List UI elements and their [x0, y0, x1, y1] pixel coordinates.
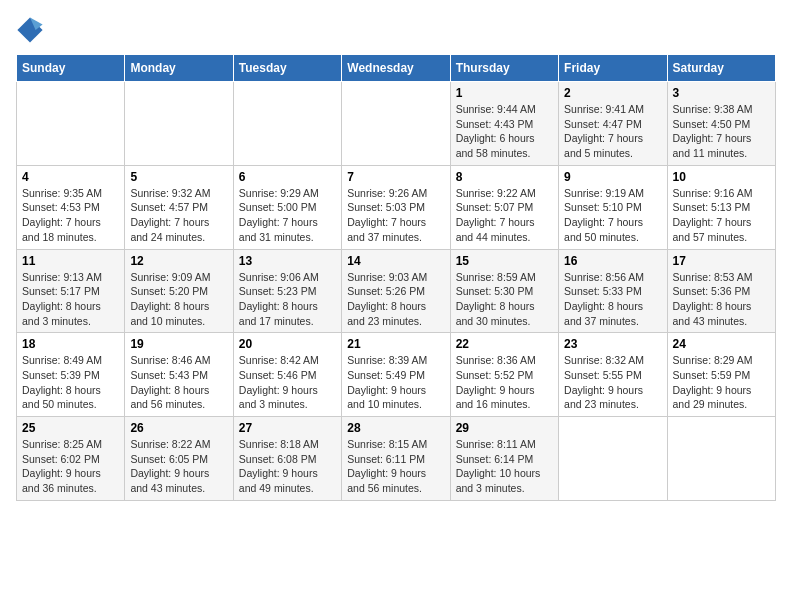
calendar-cell: 20Sunrise: 8:42 AM Sunset: 5:46 PM Dayli…: [233, 333, 341, 417]
day-of-week-header: Saturday: [667, 55, 775, 82]
day-number: 20: [239, 337, 336, 351]
day-number: 11: [22, 254, 119, 268]
day-number: 15: [456, 254, 553, 268]
day-info: Sunrise: 8:56 AM Sunset: 5:33 PM Dayligh…: [564, 270, 661, 329]
calendar-cell: 23Sunrise: 8:32 AM Sunset: 5:55 PM Dayli…: [559, 333, 667, 417]
calendar-cell: 28Sunrise: 8:15 AM Sunset: 6:11 PM Dayli…: [342, 417, 450, 501]
calendar-cell: [667, 417, 775, 501]
day-number: 7: [347, 170, 444, 184]
day-number: 26: [130, 421, 227, 435]
logo: [16, 16, 48, 44]
day-info: Sunrise: 8:22 AM Sunset: 6:05 PM Dayligh…: [130, 437, 227, 496]
day-number: 8: [456, 170, 553, 184]
day-info: Sunrise: 8:18 AM Sunset: 6:08 PM Dayligh…: [239, 437, 336, 496]
day-number: 2: [564, 86, 661, 100]
header: [16, 16, 776, 44]
day-info: Sunrise: 8:39 AM Sunset: 5:49 PM Dayligh…: [347, 353, 444, 412]
day-info: Sunrise: 9:06 AM Sunset: 5:23 PM Dayligh…: [239, 270, 336, 329]
calendar-cell: 25Sunrise: 8:25 AM Sunset: 6:02 PM Dayli…: [17, 417, 125, 501]
day-info: Sunrise: 8:29 AM Sunset: 5:59 PM Dayligh…: [673, 353, 770, 412]
calendar-cell: 3Sunrise: 9:38 AM Sunset: 4:50 PM Daylig…: [667, 82, 775, 166]
day-number: 22: [456, 337, 553, 351]
calendar-cell: 4Sunrise: 9:35 AM Sunset: 4:53 PM Daylig…: [17, 165, 125, 249]
day-info: Sunrise: 8:53 AM Sunset: 5:36 PM Dayligh…: [673, 270, 770, 329]
day-info: Sunrise: 9:22 AM Sunset: 5:07 PM Dayligh…: [456, 186, 553, 245]
calendar-cell: 24Sunrise: 8:29 AM Sunset: 5:59 PM Dayli…: [667, 333, 775, 417]
day-info: Sunrise: 8:11 AM Sunset: 6:14 PM Dayligh…: [456, 437, 553, 496]
day-info: Sunrise: 8:46 AM Sunset: 5:43 PM Dayligh…: [130, 353, 227, 412]
day-info: Sunrise: 8:15 AM Sunset: 6:11 PM Dayligh…: [347, 437, 444, 496]
day-info: Sunrise: 8:59 AM Sunset: 5:30 PM Dayligh…: [456, 270, 553, 329]
day-info: Sunrise: 9:32 AM Sunset: 4:57 PM Dayligh…: [130, 186, 227, 245]
calendar-header-row: SundayMondayTuesdayWednesdayThursdayFrid…: [17, 55, 776, 82]
calendar-cell: [559, 417, 667, 501]
day-info: Sunrise: 9:03 AM Sunset: 5:26 PM Dayligh…: [347, 270, 444, 329]
calendar-cell: 17Sunrise: 8:53 AM Sunset: 5:36 PM Dayli…: [667, 249, 775, 333]
calendar-cell: 16Sunrise: 8:56 AM Sunset: 5:33 PM Dayli…: [559, 249, 667, 333]
day-number: 6: [239, 170, 336, 184]
calendar-cell: 27Sunrise: 8:18 AM Sunset: 6:08 PM Dayli…: [233, 417, 341, 501]
calendar-cell: 9Sunrise: 9:19 AM Sunset: 5:10 PM Daylig…: [559, 165, 667, 249]
day-number: 19: [130, 337, 227, 351]
day-number: 4: [22, 170, 119, 184]
calendar-week-row: 25Sunrise: 8:25 AM Sunset: 6:02 PM Dayli…: [17, 417, 776, 501]
day-number: 18: [22, 337, 119, 351]
calendar-cell: 26Sunrise: 8:22 AM Sunset: 6:05 PM Dayli…: [125, 417, 233, 501]
calendar-cell: 21Sunrise: 8:39 AM Sunset: 5:49 PM Dayli…: [342, 333, 450, 417]
day-info: Sunrise: 9:26 AM Sunset: 5:03 PM Dayligh…: [347, 186, 444, 245]
day-info: Sunrise: 9:29 AM Sunset: 5:00 PM Dayligh…: [239, 186, 336, 245]
day-info: Sunrise: 9:35 AM Sunset: 4:53 PM Dayligh…: [22, 186, 119, 245]
calendar-cell: 5Sunrise: 9:32 AM Sunset: 4:57 PM Daylig…: [125, 165, 233, 249]
svg-marker-0: [17, 17, 42, 42]
calendar-cell: 11Sunrise: 9:13 AM Sunset: 5:17 PM Dayli…: [17, 249, 125, 333]
calendar-cell: 2Sunrise: 9:41 AM Sunset: 4:47 PM Daylig…: [559, 82, 667, 166]
calendar-cell: 1Sunrise: 9:44 AM Sunset: 4:43 PM Daylig…: [450, 82, 558, 166]
calendar-table: SundayMondayTuesdayWednesdayThursdayFrid…: [16, 54, 776, 501]
day-number: 12: [130, 254, 227, 268]
calendar-cell: 10Sunrise: 9:16 AM Sunset: 5:13 PM Dayli…: [667, 165, 775, 249]
calendar-cell: [342, 82, 450, 166]
day-info: Sunrise: 9:44 AM Sunset: 4:43 PM Dayligh…: [456, 102, 553, 161]
day-info: Sunrise: 8:32 AM Sunset: 5:55 PM Dayligh…: [564, 353, 661, 412]
day-number: 1: [456, 86, 553, 100]
calendar-cell: 14Sunrise: 9:03 AM Sunset: 5:26 PM Dayli…: [342, 249, 450, 333]
day-number: 10: [673, 170, 770, 184]
calendar-cell: [233, 82, 341, 166]
day-info: Sunrise: 9:41 AM Sunset: 4:47 PM Dayligh…: [564, 102, 661, 161]
calendar-cell: 19Sunrise: 8:46 AM Sunset: 5:43 PM Dayli…: [125, 333, 233, 417]
day-info: Sunrise: 9:13 AM Sunset: 5:17 PM Dayligh…: [22, 270, 119, 329]
day-number: 16: [564, 254, 661, 268]
calendar-cell: [17, 82, 125, 166]
day-number: 9: [564, 170, 661, 184]
calendar-cell: 22Sunrise: 8:36 AM Sunset: 5:52 PM Dayli…: [450, 333, 558, 417]
calendar-week-row: 18Sunrise: 8:49 AM Sunset: 5:39 PM Dayli…: [17, 333, 776, 417]
calendar-cell: 29Sunrise: 8:11 AM Sunset: 6:14 PM Dayli…: [450, 417, 558, 501]
day-info: Sunrise: 8:25 AM Sunset: 6:02 PM Dayligh…: [22, 437, 119, 496]
day-of-week-header: Tuesday: [233, 55, 341, 82]
day-number: 3: [673, 86, 770, 100]
day-info: Sunrise: 8:36 AM Sunset: 5:52 PM Dayligh…: [456, 353, 553, 412]
day-number: 17: [673, 254, 770, 268]
calendar-week-row: 4Sunrise: 9:35 AM Sunset: 4:53 PM Daylig…: [17, 165, 776, 249]
day-info: Sunrise: 9:09 AM Sunset: 5:20 PM Dayligh…: [130, 270, 227, 329]
day-info: Sunrise: 8:49 AM Sunset: 5:39 PM Dayligh…: [22, 353, 119, 412]
day-number: 27: [239, 421, 336, 435]
calendar-week-row: 11Sunrise: 9:13 AM Sunset: 5:17 PM Dayli…: [17, 249, 776, 333]
calendar-cell: 6Sunrise: 9:29 AM Sunset: 5:00 PM Daylig…: [233, 165, 341, 249]
day-of-week-header: Wednesday: [342, 55, 450, 82]
calendar-cell: 12Sunrise: 9:09 AM Sunset: 5:20 PM Dayli…: [125, 249, 233, 333]
day-of-week-header: Sunday: [17, 55, 125, 82]
day-number: 25: [22, 421, 119, 435]
day-info: Sunrise: 9:38 AM Sunset: 4:50 PM Dayligh…: [673, 102, 770, 161]
calendar-cell: 15Sunrise: 8:59 AM Sunset: 5:30 PM Dayli…: [450, 249, 558, 333]
calendar-cell: 8Sunrise: 9:22 AM Sunset: 5:07 PM Daylig…: [450, 165, 558, 249]
calendar-week-row: 1Sunrise: 9:44 AM Sunset: 4:43 PM Daylig…: [17, 82, 776, 166]
day-of-week-header: Monday: [125, 55, 233, 82]
day-info: Sunrise: 8:42 AM Sunset: 5:46 PM Dayligh…: [239, 353, 336, 412]
logo-icon: [16, 16, 44, 44]
calendar-cell: [125, 82, 233, 166]
day-number: 29: [456, 421, 553, 435]
day-number: 28: [347, 421, 444, 435]
calendar-cell: 13Sunrise: 9:06 AM Sunset: 5:23 PM Dayli…: [233, 249, 341, 333]
day-info: Sunrise: 9:19 AM Sunset: 5:10 PM Dayligh…: [564, 186, 661, 245]
